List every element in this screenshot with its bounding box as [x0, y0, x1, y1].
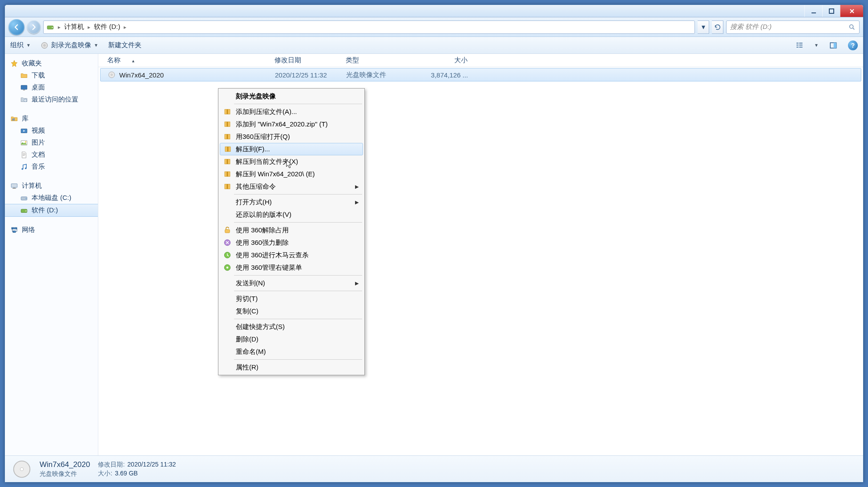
cm-add-archive[interactable]: 添加到压缩文件(A)... — [220, 106, 363, 118]
svg-point-29 — [25, 198, 26, 199]
organize-menu[interactable]: 组织 ▼ — [10, 41, 31, 49]
svg-rect-42 — [227, 122, 228, 127]
sidebar-item-label: 图片 — [32, 138, 45, 147]
cm-extract-named[interactable]: 解压到 Win7x64_2020\ (E) — [220, 168, 363, 180]
sidebar-item-documents[interactable]: 文档 — [5, 149, 98, 161]
sidebar-item-music[interactable]: 音乐 — [5, 161, 98, 173]
cm-open-with[interactable]: 打开方式(H)▶ — [220, 196, 363, 208]
cm-add-zip[interactable]: 添加到 "Win7x64_2020.zip" (T) — [220, 118, 363, 130]
chevron-down-icon: ▼ — [94, 43, 98, 48]
sidebar-item-videos[interactable]: 视频 — [5, 125, 98, 137]
cm-360-manage-menu[interactable]: 使用 360管理右键菜单 — [220, 261, 363, 274]
preview-pane-button[interactable] — [828, 41, 838, 50]
sidebar-item-label: 计算机 — [22, 182, 42, 190]
cm-360-force-delete[interactable]: 使用 360强力删除 — [220, 236, 363, 249]
unlock-icon — [223, 226, 231, 234]
music-icon — [20, 163, 28, 171]
sidebar-item-downloads[interactable]: 下载 — [5, 69, 98, 81]
forward-button[interactable] — [27, 20, 40, 34]
help-button[interactable]: ? — [848, 41, 858, 50]
sidebar-item-label: 文档 — [32, 150, 45, 159]
svg-rect-53 — [225, 230, 230, 233]
new-folder-button[interactable]: 新建文件夹 — [108, 41, 141, 49]
refresh-button[interactable] — [712, 20, 723, 34]
view-options-button[interactable] — [795, 41, 804, 50]
column-size[interactable]: 大小 — [418, 56, 471, 65]
chevron-down-icon[interactable]: ▼ — [814, 43, 819, 48]
scan-icon — [223, 251, 231, 259]
sidebar-libraries-header[interactable]: 库 — [5, 113, 98, 125]
breadcrumb-chevron-icon: ▸ — [58, 24, 61, 30]
cm-create-shortcut[interactable]: 创建快捷方式(S) — [220, 321, 363, 333]
cm-separator — [234, 194, 362, 195]
cm-extract-here[interactable]: 解压到当前文件夹(X) — [220, 155, 363, 168]
cm-extract-to[interactable]: 解压到(F)... — [220, 143, 363, 155]
sidebar-favorites-header[interactable]: 收藏夹 — [5, 57, 98, 69]
sidebar-item-desktop[interactable]: 桌面 — [5, 81, 98, 93]
sidebar-item-drive-c[interactable]: 本地磁盘 (C:) — [5, 192, 98, 204]
svg-point-6 — [44, 45, 45, 46]
svg-rect-25 — [11, 183, 17, 187]
sidebar-item-recent[interactable]: 最近访问的位置 — [5, 93, 98, 106]
breadcrumb-location[interactable]: 软件 (D:) — [94, 23, 120, 31]
sidebar-item-drive-d[interactable]: 软件 (D:) — [5, 204, 98, 217]
svg-point-36 — [111, 74, 113, 76]
drive-icon — [46, 23, 54, 31]
sidebar-item-label: 音乐 — [32, 162, 45, 171]
details-date-value: 2020/12/25 11:32 — [127, 461, 176, 469]
sidebar-network-header[interactable]: 网络 — [5, 224, 98, 236]
cm-360-unlock[interactable]: 使用 360解除占用 — [220, 224, 363, 236]
context-menu: 刻录光盘映像 添加到压缩文件(A)... 添加到 "Win7x64_2020.z… — [218, 88, 365, 375]
minimize-button[interactable] — [804, 5, 822, 17]
details-subtitle: 光盘映像文件 — [40, 470, 90, 478]
svg-rect-11 — [799, 45, 803, 45]
archive-icon — [224, 145, 232, 153]
file-list[interactable]: Win7x64_2020 2020/12/25 11:32 光盘映像文件 3,8… — [98, 67, 863, 455]
column-date[interactable]: 修改日期 — [271, 56, 342, 65]
svg-rect-40 — [227, 110, 228, 114]
sidebar-item-pictures[interactable]: 图片 — [5, 137, 98, 149]
column-name[interactable]: 名称▲ — [104, 56, 271, 65]
drive-icon — [20, 194, 28, 202]
details-title: Win7x64_2020 — [40, 460, 90, 469]
close-button[interactable] — [840, 5, 863, 17]
back-button[interactable] — [8, 19, 24, 35]
file-row[interactable]: Win7x64_2020 2020/12/25 11:32 光盘映像文件 3,8… — [100, 68, 861, 81]
cm-rename[interactable]: 重命名(M) — [220, 345, 363, 358]
cm-delete[interactable]: 删除(D) — [220, 333, 363, 345]
organize-label: 组织 — [10, 41, 24, 49]
cm-properties[interactable]: 属性(R) — [220, 361, 363, 373]
maximize-button[interactable] — [822, 5, 840, 17]
sidebar-item-label: 软件 (D:) — [32, 206, 58, 215]
cm-send-to[interactable]: 发送到(N)▶ — [220, 277, 363, 289]
sidebar-computer-header[interactable]: 计算机 — [5, 180, 98, 192]
sidebar-item-label: 网络 — [22, 226, 35, 234]
cm-separator — [234, 291, 362, 291]
cm-separator — [234, 104, 362, 104]
cm-cut[interactable]: 剪切(T) — [220, 292, 363, 305]
address-dropdown[interactable]: ▾ — [698, 20, 709, 34]
document-icon — [20, 151, 28, 159]
svg-rect-52 — [227, 184, 228, 189]
cm-other-zip[interactable]: 其他压缩命令▶ — [220, 180, 363, 193]
file-type: 光盘映像文件 — [343, 71, 418, 79]
file-name: Win7x64_2020 — [119, 71, 164, 79]
cm-copy[interactable]: 复制(C) — [220, 305, 363, 317]
breadcrumb-root[interactable]: 计算机 — [64, 23, 84, 31]
cm-separator — [234, 319, 362, 319]
burn-image-button[interactable]: 刻录光盘映像 ▼ — [40, 41, 98, 49]
cm-burn-image[interactable]: 刻录光盘映像 — [220, 90, 363, 102]
archive-icon — [223, 120, 231, 128]
address-bar[interactable]: ▸ 计算机 ▸ 软件 (D:) ▸ — [43, 20, 695, 34]
svg-rect-1 — [829, 9, 834, 13]
computer-icon — [10, 182, 18, 190]
column-type[interactable]: 类型 — [342, 56, 418, 65]
sidebar-item-label: 桌面 — [32, 83, 45, 92]
search-input[interactable]: 搜索 软件 (D:) — [726, 20, 860, 34]
cm-360-scan[interactable]: 使用 360进行木马云查杀 — [220, 249, 363, 261]
new-folder-label: 新建文件夹 — [108, 41, 141, 49]
star-icon — [10, 60, 18, 68]
cm-open-360zip[interactable]: 用360压缩打开(Q) — [220, 130, 363, 143]
file-pane: 名称▲ 修改日期 类型 大小 Win7x64_2020 2020/12/25 1… — [98, 54, 863, 455]
cm-restore-previous[interactable]: 还原以前的版本(V) — [220, 208, 363, 221]
